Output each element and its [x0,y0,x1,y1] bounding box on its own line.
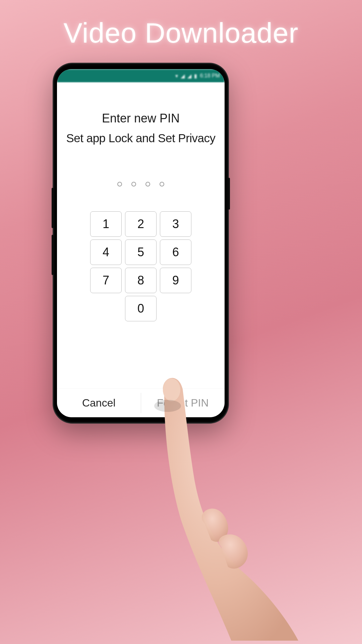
battery-icon: ▮ [194,73,197,79]
key-8[interactable]: 8 [125,268,157,293]
key-3[interactable]: 3 [160,211,191,237]
pin-dots [57,182,225,186]
key-5[interactable]: 5 [125,239,157,265]
wifi-icon: ▾ [175,73,178,79]
pin-dot [145,182,150,186]
key-1[interactable]: 1 [90,211,122,237]
pin-subheading: Set app Lock and Set Privacy [57,131,225,145]
page-title: Video Downloader [0,17,362,49]
key-4[interactable]: 4 [90,239,122,265]
numeric-keypad: 1 2 3 4 5 6 7 8 9 0 [57,211,225,321]
bottom-actions: Cancel Forgot PIN [57,388,225,417]
pin-screen: Enter new PIN Set app Lock and Set Priva… [57,83,225,417]
forgot-pin-button[interactable]: Forgot PIN [141,389,225,417]
pin-dot [160,182,164,186]
status-time: 6:18 PM [200,73,220,79]
signal-2-icon: ◢ [187,73,191,79]
signal-icon: ◢ [181,73,185,79]
key-9[interactable]: 9 [160,268,191,293]
cancel-button[interactable]: Cancel [57,389,141,417]
pin-dot [131,182,136,186]
phone-frame: ▾ ◢ ◢ ▮ 6:18 PM Enter new PIN Set app Lo… [54,64,228,423]
key-7[interactable]: 7 [90,268,122,293]
pin-heading: Enter new PIN [57,111,225,125]
status-bar: ▾ ◢ ◢ ▮ 6:18 PM [57,69,225,83]
key-0[interactable]: 0 [125,296,157,321]
pin-dot [117,182,122,186]
key-6[interactable]: 6 [160,239,191,265]
phone-side-button [52,235,54,275]
phone-screen: ▾ ◢ ◢ ▮ 6:18 PM Enter new PIN Set app Lo… [57,69,225,417]
key-2[interactable]: 2 [125,211,157,237]
